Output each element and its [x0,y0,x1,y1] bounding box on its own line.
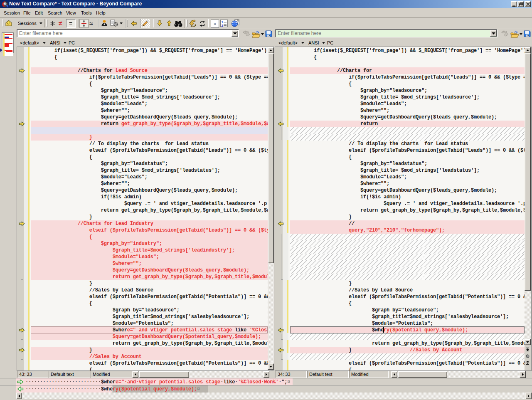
svg-text:2: 2 [222,24,224,27]
